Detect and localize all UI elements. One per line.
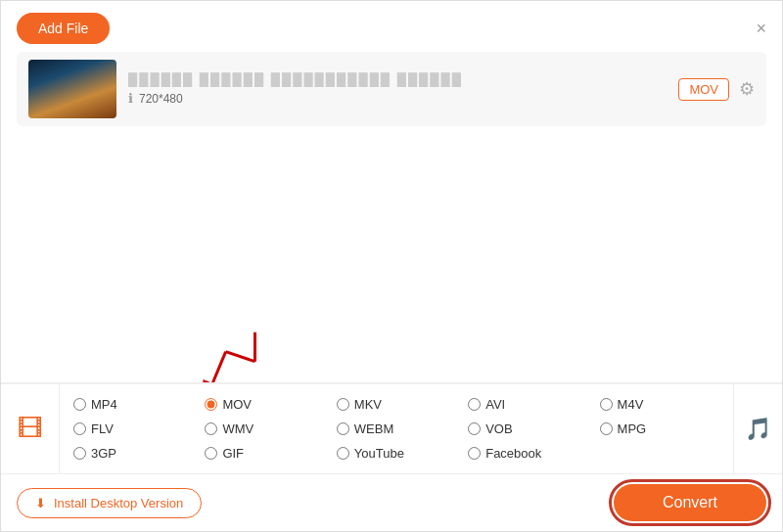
format-radio-mkv[interactable] [337, 398, 349, 411]
format-option-3gp[interactable]: 3GP [68, 443, 199, 464]
file-item: ██████ ██████ ███████████ ██████ ℹ 720*4… [17, 52, 766, 126]
format-radio-vob[interactable] [468, 422, 481, 435]
bottom-section: 🎞 MP4 MOV MKV AVI [1, 382, 782, 531]
format-radio-avi[interactable] [468, 398, 481, 411]
file-thumbnail [28, 60, 116, 118]
format-badge[interactable]: MOV [678, 78, 729, 101]
format-label-vob: VOB [485, 421, 512, 436]
format-option-webm[interactable]: WEBM [331, 419, 462, 439]
settings-icon[interactable]: ⚙ [739, 78, 755, 100]
format-label-wmv: WMV [222, 421, 253, 436]
thumbnail-image [28, 60, 116, 118]
format-label-youtube: YouTube [354, 446, 404, 461]
format-option-mov[interactable]: MOV [199, 394, 330, 415]
format-panel: 🎞 MP4 MOV MKV AVI [1, 383, 782, 473]
file-resolution: 720*480 [139, 92, 183, 106]
format-radio-3gp[interactable] [73, 447, 86, 460]
format-label-mp4: MP4 [91, 397, 117, 412]
film-icon: 🎞 [18, 414, 43, 444]
format-row-wrapper: 🎞 MP4 MOV MKV AVI [1, 382, 782, 473]
video-type-icon[interactable]: 🎞 [1, 384, 60, 473]
format-option-flv[interactable]: FLV [68, 419, 199, 439]
install-label: Install Desktop Version [54, 496, 183, 510]
format-label-mkv: MKV [354, 397, 382, 412]
format-grid: MP4 MOV MKV AVI M4V [60, 384, 733, 473]
format-option-vob[interactable]: VOB [462, 419, 593, 439]
download-icon: ⬇ [35, 496, 46, 510]
format-option-wmv[interactable]: WMV [199, 419, 330, 439]
format-option-gif[interactable]: GIF [199, 443, 330, 464]
format-radio-flv[interactable] [73, 422, 86, 435]
format-option-m4v[interactable]: M4V [594, 394, 725, 415]
format-option-facebook[interactable]: Facebook [462, 443, 593, 464]
file-info: ██████ ██████ ███████████ ██████ ℹ 720*4… [128, 72, 667, 106]
format-radio-webm[interactable] [337, 422, 349, 435]
format-radio-mov[interactable] [205, 398, 217, 411]
info-icon: ℹ [128, 91, 133, 106]
format-option-avi[interactable]: AVI [462, 394, 593, 415]
format-radio-mpg[interactable] [600, 422, 613, 435]
add-file-button[interactable]: Add File [17, 13, 110, 44]
format-radio-wmv[interactable] [205, 422, 217, 435]
format-label-flv: FLV [91, 421, 114, 436]
format-label-mpg: MPG [618, 421, 647, 436]
format-radio-m4v[interactable] [600, 398, 613, 411]
format-radio-gif[interactable] [205, 447, 217, 460]
svg-line-2 [226, 352, 255, 362]
format-label-facebook: Facebook [485, 446, 541, 461]
music-icon: 🎵 [745, 417, 771, 442]
format-radio-facebook[interactable] [468, 447, 481, 460]
format-option-mp4[interactable]: MP4 [68, 394, 199, 415]
format-label-mov: MOV [222, 397, 252, 412]
file-actions: MOV ⚙ [678, 78, 755, 101]
file-list: ██████ ██████ ███████████ ██████ ℹ 720*4… [1, 52, 782, 126]
file-meta: ℹ 720*480 [128, 91, 667, 106]
format-label-gif: GIF [222, 446, 244, 461]
app-header: Add File × [1, 1, 782, 52]
bottom-bar: ⬇ Install Desktop Version Convert [1, 473, 782, 531]
audio-type-icon[interactable]: 🎵 [733, 384, 782, 473]
format-label-m4v: M4V [618, 397, 644, 412]
format-label-avi: AVI [485, 397, 505, 412]
format-radio-youtube[interactable] [337, 447, 349, 460]
format-option-mkv[interactable]: MKV [331, 394, 462, 415]
convert-button[interactable]: Convert [614, 484, 766, 521]
format-option-mpg[interactable]: MPG [594, 419, 725, 439]
file-name: ██████ ██████ ███████████ ██████ [128, 72, 667, 87]
middle-area [1, 126, 782, 322]
close-button[interactable]: × [756, 20, 766, 37]
install-desktop-button[interactable]: ⬇ Install Desktop Version [17, 488, 202, 518]
format-label-webm: WEBM [354, 421, 393, 436]
format-radio-mp4[interactable] [73, 398, 86, 411]
format-option-youtube[interactable]: YouTube [331, 443, 462, 464]
format-label-3gp: 3GP [91, 446, 116, 461]
